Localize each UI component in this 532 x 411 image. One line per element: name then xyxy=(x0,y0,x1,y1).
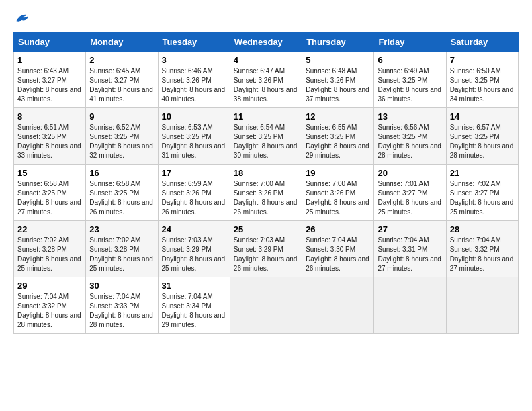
calendar-cell: 4 Sunrise: 6:47 AMSunset: 3:26 PMDayligh… xyxy=(230,52,302,108)
calendar-cell: 8 Sunrise: 6:51 AMSunset: 3:25 PMDayligh… xyxy=(14,108,86,165)
day-number: 21 xyxy=(450,168,515,178)
day-number: 22 xyxy=(17,224,82,234)
day-info: Sunrise: 7:03 AMSunset: 3:29 PMDaylight:… xyxy=(234,236,298,272)
calendar-cell: 15 Sunrise: 6:58 AMSunset: 3:25 PMDaylig… xyxy=(14,165,86,221)
day-number: 1 xyxy=(17,55,82,65)
calendar-week-row: 8 Sunrise: 6:51 AMSunset: 3:25 PMDayligh… xyxy=(14,108,519,165)
day-info: Sunrise: 6:46 AMSunset: 3:26 PMDaylight:… xyxy=(162,67,226,103)
calendar-cell: 30 Sunrise: 7:04 AMSunset: 3:33 PMDaylig… xyxy=(86,277,158,334)
day-info: Sunrise: 6:56 AMSunset: 3:25 PMDaylight:… xyxy=(378,124,441,159)
weekday-header-thursday: Thursday xyxy=(302,33,374,52)
calendar-week-row: 29 Sunrise: 7:04 AMSunset: 3:32 PMDaylig… xyxy=(14,277,519,334)
day-info: Sunrise: 6:58 AMSunset: 3:25 PMDaylight:… xyxy=(17,180,81,216)
day-number: 19 xyxy=(306,168,370,178)
day-info: Sunrise: 6:52 AMSunset: 3:25 PMDaylight:… xyxy=(89,124,153,159)
day-number: 31 xyxy=(162,281,226,291)
day-info: Sunrise: 7:00 AMSunset: 3:26 PMDaylight:… xyxy=(306,180,369,216)
day-number: 16 xyxy=(89,168,154,178)
page-header xyxy=(13,13,519,21)
weekday-header-tuesday: Tuesday xyxy=(158,33,230,52)
calendar-cell: 9 Sunrise: 6:52 AMSunset: 3:25 PMDayligh… xyxy=(86,108,158,165)
day-number: 25 xyxy=(234,224,298,234)
calendar-cell: 11 Sunrise: 6:54 AMSunset: 3:25 PMDaylig… xyxy=(230,108,302,165)
calendar-cell: 12 Sunrise: 6:55 AMSunset: 3:25 PMDaylig… xyxy=(302,108,374,165)
day-info: Sunrise: 6:48 AMSunset: 3:26 PMDaylight:… xyxy=(306,67,369,103)
day-info: Sunrise: 6:43 AMSunset: 3:27 PMDaylight:… xyxy=(17,67,81,103)
day-info: Sunrise: 7:04 AMSunset: 3:32 PMDaylight:… xyxy=(450,236,514,272)
calendar-cell: 18 Sunrise: 7:00 AMSunset: 3:26 PMDaylig… xyxy=(230,165,302,221)
calendar-week-row: 1 Sunrise: 6:43 AMSunset: 3:27 PMDayligh… xyxy=(14,52,519,108)
weekday-header-saturday: Saturday xyxy=(446,33,518,52)
calendar-cell: 14 Sunrise: 6:57 AMSunset: 3:25 PMDaylig… xyxy=(446,108,518,165)
day-info: Sunrise: 7:01 AMSunset: 3:27 PMDaylight:… xyxy=(378,180,441,216)
calendar-cell xyxy=(230,277,302,334)
calendar-cell: 2 Sunrise: 6:45 AMSunset: 3:27 PMDayligh… xyxy=(86,52,158,108)
day-number: 8 xyxy=(17,111,82,122)
day-number: 20 xyxy=(378,168,442,178)
calendar-cell: 26 Sunrise: 7:04 AMSunset: 3:30 PMDaylig… xyxy=(302,221,374,277)
calendar-cell: 25 Sunrise: 7:03 AMSunset: 3:29 PMDaylig… xyxy=(230,221,302,277)
day-info: Sunrise: 6:54 AMSunset: 3:25 PMDaylight:… xyxy=(234,124,298,159)
calendar-cell: 28 Sunrise: 7:04 AMSunset: 3:32 PMDaylig… xyxy=(446,221,518,277)
day-info: Sunrise: 7:04 AMSunset: 3:34 PMDaylight:… xyxy=(162,293,226,328)
day-number: 4 xyxy=(234,55,298,65)
calendar-table: SundayMondayTuesdayWednesdayThursdayFrid… xyxy=(13,32,519,334)
day-info: Sunrise: 7:02 AMSunset: 3:27 PMDaylight:… xyxy=(450,180,514,216)
calendar-cell: 20 Sunrise: 7:01 AMSunset: 3:27 PMDaylig… xyxy=(374,165,446,221)
day-number: 5 xyxy=(306,55,370,65)
calendar-cell: 27 Sunrise: 7:04 AMSunset: 3:31 PMDaylig… xyxy=(374,221,446,277)
day-info: Sunrise: 7:04 AMSunset: 3:33 PMDaylight:… xyxy=(89,293,153,328)
calendar-cell: 31 Sunrise: 7:04 AMSunset: 3:34 PMDaylig… xyxy=(158,277,230,334)
day-info: Sunrise: 6:50 AMSunset: 3:25 PMDaylight:… xyxy=(450,67,514,103)
calendar-cell: 10 Sunrise: 6:53 AMSunset: 3:25 PMDaylig… xyxy=(158,108,230,165)
calendar-cell: 24 Sunrise: 7:03 AMSunset: 3:29 PMDaylig… xyxy=(158,221,230,277)
day-info: Sunrise: 7:04 AMSunset: 3:31 PMDaylight:… xyxy=(378,236,441,272)
day-info: Sunrise: 6:49 AMSunset: 3:25 PMDaylight:… xyxy=(378,67,441,103)
calendar-cell: 1 Sunrise: 6:43 AMSunset: 3:27 PMDayligh… xyxy=(14,52,86,108)
calendar-week-row: 15 Sunrise: 6:58 AMSunset: 3:25 PMDaylig… xyxy=(14,165,519,221)
day-number: 2 xyxy=(89,55,154,65)
day-number: 29 xyxy=(17,281,82,291)
day-number: 28 xyxy=(450,224,515,234)
day-number: 7 xyxy=(450,55,515,65)
weekday-header-sunday: Sunday xyxy=(14,33,86,52)
calendar-cell: 5 Sunrise: 6:48 AMSunset: 3:26 PMDayligh… xyxy=(302,52,374,108)
weekday-header-friday: Friday xyxy=(374,33,446,52)
day-info: Sunrise: 6:58 AMSunset: 3:25 PMDaylight:… xyxy=(89,180,153,216)
day-number: 26 xyxy=(306,224,370,234)
day-info: Sunrise: 6:59 AMSunset: 3:26 PMDaylight:… xyxy=(162,180,226,216)
calendar-cell: 7 Sunrise: 6:50 AMSunset: 3:25 PMDayligh… xyxy=(446,52,518,108)
day-number: 27 xyxy=(378,224,442,234)
calendar-cell: 3 Sunrise: 6:46 AMSunset: 3:26 PMDayligh… xyxy=(158,52,230,108)
weekday-header-wednesday: Wednesday xyxy=(230,33,302,52)
calendar-cell xyxy=(374,277,446,334)
day-info: Sunrise: 6:47 AMSunset: 3:26 PMDaylight:… xyxy=(234,67,298,103)
day-number: 11 xyxy=(234,111,298,122)
calendar-week-row: 22 Sunrise: 7:02 AMSunset: 3:28 PMDaylig… xyxy=(14,221,519,277)
weekday-header-monday: Monday xyxy=(86,33,158,52)
calendar-cell: 21 Sunrise: 7:02 AMSunset: 3:27 PMDaylig… xyxy=(446,165,518,221)
day-number: 15 xyxy=(17,168,82,178)
calendar-cell: 17 Sunrise: 6:59 AMSunset: 3:26 PMDaylig… xyxy=(158,165,230,221)
day-info: Sunrise: 6:45 AMSunset: 3:27 PMDaylight:… xyxy=(89,67,153,103)
day-number: 18 xyxy=(234,168,298,178)
calendar-cell xyxy=(446,277,518,334)
day-info: Sunrise: 7:02 AMSunset: 3:28 PMDaylight:… xyxy=(89,236,153,272)
calendar-cell xyxy=(302,277,374,334)
calendar-cell: 19 Sunrise: 7:00 AMSunset: 3:26 PMDaylig… xyxy=(302,165,374,221)
day-number: 23 xyxy=(89,224,154,234)
calendar-cell: 6 Sunrise: 6:49 AMSunset: 3:25 PMDayligh… xyxy=(374,52,446,108)
calendar-cell: 23 Sunrise: 7:02 AMSunset: 3:28 PMDaylig… xyxy=(86,221,158,277)
day-number: 13 xyxy=(378,111,442,122)
calendar-header-row: SundayMondayTuesdayWednesdayThursdayFrid… xyxy=(14,33,519,52)
day-number: 3 xyxy=(162,55,226,65)
day-number: 10 xyxy=(162,111,226,122)
day-info: Sunrise: 6:53 AMSunset: 3:25 PMDaylight:… xyxy=(162,124,226,159)
day-info: Sunrise: 6:55 AMSunset: 3:25 PMDaylight:… xyxy=(306,124,369,159)
day-info: Sunrise: 7:04 AMSunset: 3:32 PMDaylight:… xyxy=(17,293,81,328)
day-info: Sunrise: 6:51 AMSunset: 3:25 PMDaylight:… xyxy=(17,124,81,159)
day-info: Sunrise: 7:02 AMSunset: 3:28 PMDaylight:… xyxy=(17,236,81,272)
day-info: Sunrise: 6:57 AMSunset: 3:25 PMDaylight:… xyxy=(450,124,514,159)
day-number: 9 xyxy=(89,111,154,122)
day-number: 6 xyxy=(378,55,442,65)
